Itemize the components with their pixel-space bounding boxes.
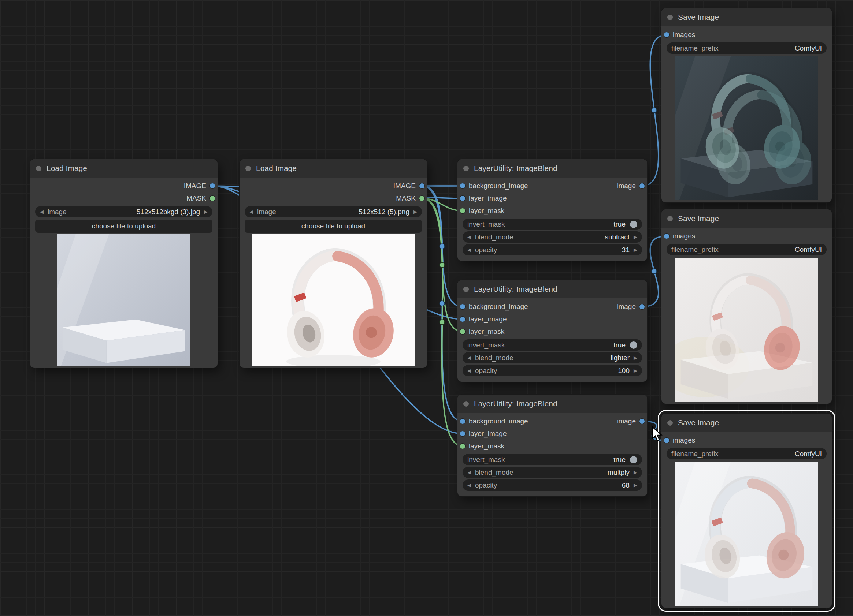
input-port-layer-image[interactable] — [460, 431, 465, 436]
node-save-image-3[interactable]: Save Image images filename_prefix ComfyU… — [662, 413, 832, 608]
output-port-image[interactable] — [639, 183, 645, 189]
link-midpoint-dot[interactable] — [440, 262, 445, 268]
arrow-left-icon[interactable]: ◀ — [467, 469, 471, 475]
input-port-images[interactable] — [664, 233, 669, 239]
input-label-images: images — [673, 436, 695, 444]
input-port-background-image[interactable] — [460, 304, 465, 309]
collapse-dot-icon[interactable] — [667, 216, 673, 221]
arrow-left-icon[interactable]: ◀ — [467, 483, 471, 488]
input-port-layer-mask[interactable] — [460, 208, 465, 213]
combo-label: blend_mode — [475, 233, 513, 241]
arrow-right-icon[interactable]: ▶ — [634, 247, 637, 253]
invert-mask-toggle[interactable]: invert_mask true — [463, 339, 642, 351]
arrow-right-icon[interactable]: ▶ — [634, 368, 637, 373]
stepper-label: opacity — [475, 481, 497, 489]
toggle-value: true — [613, 456, 625, 464]
opacity-stepper[interactable]: ◀ opacity 100 ▶ — [463, 365, 642, 376]
opacity-stepper[interactable]: ◀ opacity 68 ▶ — [463, 480, 642, 491]
node-load-image-2[interactable]: Load Image IMAGE MASK ◀ image 512x512 (5… — [240, 159, 427, 368]
graph-canvas[interactable]: { "colors": { "image_link": "#5b9bd5", "… — [0, 0, 853, 616]
node-save-image-1[interactable]: Save Image images filename_prefix ComfyU… — [662, 8, 832, 203]
arrow-left-icon[interactable]: ◀ — [467, 355, 471, 360]
node-title-bar[interactable]: Load Image — [240, 159, 427, 177]
invert-mask-toggle[interactable]: invert_mask true — [463, 454, 642, 465]
output-port-image[interactable] — [639, 419, 645, 424]
toggle-knob-icon[interactable] — [630, 342, 637, 349]
image-combo[interactable]: ◀ image 512x512 (5).png ▶ — [245, 206, 422, 217]
output-port-image[interactable] — [419, 183, 425, 189]
node-imageblend-1[interactable]: LayerUtility: ImageBlend background_imag… — [457, 159, 647, 261]
node-title: Save Image — [678, 13, 719, 21]
link-midpoint-dot[interactable] — [651, 107, 657, 113]
toggle-knob-icon[interactable] — [630, 456, 637, 463]
node-title-bar[interactable]: LayerUtility: ImageBlend — [457, 159, 647, 177]
image-combo[interactable]: ◀ image 512x512bkgd (3).jpg ▶ — [35, 206, 212, 217]
node-load-image-1[interactable]: Load Image IMAGE MASK ◀ image 512x512bkg… — [30, 159, 217, 368]
image-preview-headphones — [252, 234, 414, 366]
input-port-background-image[interactable] — [460, 183, 465, 189]
input-port-layer-mask[interactable] — [460, 329, 465, 334]
input-port-background-image[interactable] — [460, 419, 465, 424]
choose-file-button[interactable]: choose file to upload — [245, 219, 422, 233]
image-preview-multiply-result — [675, 462, 818, 606]
filename-prefix-field[interactable]: filename_prefix ComfyUI — [666, 244, 827, 255]
collapse-dot-icon[interactable] — [245, 166, 251, 171]
collapse-dot-icon[interactable] — [463, 166, 469, 171]
toggle-label: invert_mask — [467, 456, 505, 464]
arrow-left-icon[interactable]: ◀ — [467, 368, 471, 373]
output-label-image: image — [617, 303, 636, 311]
link-midpoint-dot[interactable] — [440, 319, 445, 325]
opacity-stepper[interactable]: ◀ opacity 31 ▶ — [463, 244, 642, 256]
output-label-image: IMAGE — [184, 182, 206, 190]
output-port-mask[interactable] — [210, 196, 215, 201]
collapse-dot-icon[interactable] — [667, 15, 673, 20]
node-title-bar[interactable]: LayerUtility: ImageBlend — [457, 395, 647, 413]
arrow-right-icon[interactable]: ▶ — [634, 234, 637, 240]
node-title-bar[interactable]: LayerUtility: ImageBlend — [457, 280, 647, 298]
arrow-right-icon[interactable]: ▶ — [634, 355, 637, 360]
combo-value: multply — [608, 469, 630, 477]
arrow-right-icon[interactable]: ▶ — [634, 469, 637, 475]
input-port-layer-mask[interactable] — [460, 443, 465, 449]
node-title-bar[interactable]: Save Image — [662, 209, 832, 228]
collapse-dot-icon[interactable] — [463, 287, 469, 292]
choose-file-button[interactable]: choose file to upload — [35, 219, 212, 233]
toggle-value: true — [613, 341, 625, 349]
arrow-left-icon[interactable]: ◀ — [249, 209, 253, 215]
invert-mask-toggle[interactable]: invert_mask true — [463, 218, 642, 230]
collapse-dot-icon[interactable] — [667, 420, 673, 426]
blend-mode-combo[interactable]: ◀ blend_mode multply ▶ — [463, 467, 642, 478]
toggle-knob-icon[interactable] — [630, 221, 637, 228]
choose-file-label: choose file to upload — [92, 222, 156, 230]
arrow-left-icon[interactable]: ◀ — [467, 234, 471, 240]
combo-label: image — [257, 208, 276, 216]
blend-mode-combo[interactable]: ◀ blend_mode subtract ▶ — [463, 231, 642, 243]
arrow-right-icon[interactable]: ▶ — [204, 209, 208, 215]
node-title-bar[interactable]: Save Image — [662, 8, 832, 26]
node-imageblend-2[interactable]: LayerUtility: ImageBlend background_imag… — [457, 280, 647, 382]
collapse-dot-icon[interactable] — [463, 401, 469, 407]
input-port-images[interactable] — [664, 32, 669, 37]
stepper-value: 68 — [622, 481, 630, 489]
output-port-image[interactable] — [639, 304, 645, 309]
filename-prefix-field[interactable]: filename_prefix ComfyUI — [666, 448, 827, 459]
blend-mode-combo[interactable]: ◀ blend_mode lighter ▶ — [463, 352, 642, 363]
arrow-left-icon[interactable]: ◀ — [40, 209, 44, 215]
arrow-right-icon[interactable]: ▶ — [634, 483, 637, 488]
arrow-left-icon[interactable]: ◀ — [467, 247, 471, 253]
filename-prefix-field[interactable]: filename_prefix ComfyUI — [666, 42, 827, 54]
output-port-mask[interactable] — [419, 196, 425, 201]
arrow-right-icon[interactable]: ▶ — [413, 209, 417, 215]
link-midpoint-dot[interactable] — [440, 301, 445, 306]
input-port-layer-image[interactable] — [460, 316, 465, 322]
link-midpoint-dot[interactable] — [651, 269, 657, 274]
output-port-image[interactable] — [210, 183, 215, 189]
input-label-layer-image: layer_image — [469, 315, 507, 323]
node-imageblend-3[interactable]: LayerUtility: ImageBlend background_imag… — [457, 395, 647, 496]
node-title-bar[interactable]: Load Image — [30, 159, 217, 177]
node-save-image-2[interactable]: Save Image images filename_prefix ComfyU… — [662, 209, 832, 404]
node-title-bar[interactable]: Save Image — [662, 413, 832, 432]
collapse-dot-icon[interactable] — [36, 166, 41, 171]
link-midpoint-dot[interactable] — [440, 244, 445, 249]
input-port-layer-image[interactable] — [460, 196, 465, 201]
